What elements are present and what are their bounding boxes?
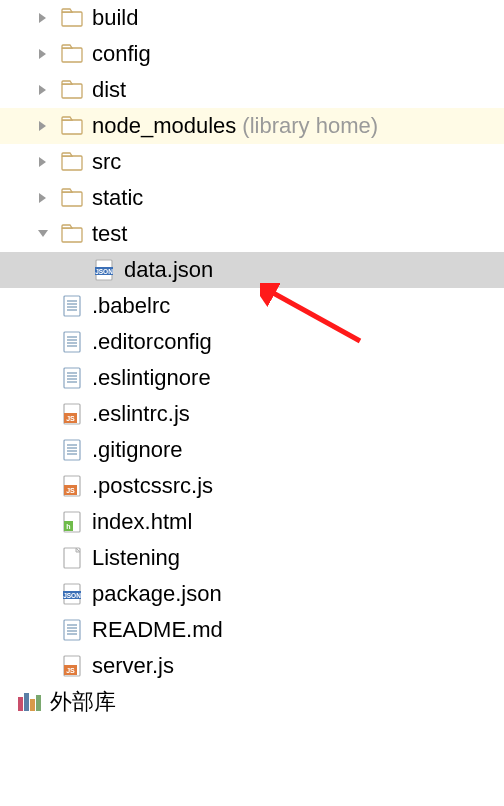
folder-icon	[58, 151, 86, 173]
tree-item-label: .editorconfig	[92, 329, 212, 355]
tree-item-file[interactable]: .editorconfig	[0, 324, 504, 360]
tree-item-label: server.js	[92, 653, 174, 679]
tree-item-folder[interactable]: build	[0, 0, 504, 36]
tree-item-folder[interactable]: dist	[0, 72, 504, 108]
external-libraries-icon	[16, 691, 44, 713]
html-file-icon	[58, 511, 86, 533]
text-file-icon	[58, 619, 86, 641]
folder-icon	[58, 7, 86, 29]
folder-icon	[58, 79, 86, 101]
tree-item-label: package.json	[92, 581, 222, 607]
disclosure-arrow-icon[interactable]	[32, 120, 54, 132]
tree-item-file[interactable]: package.json	[0, 576, 504, 612]
tree-item-file[interactable]: Listening	[0, 540, 504, 576]
tree-item-label: README.md	[92, 617, 223, 643]
file-tree: build config dist node_modules (library …	[0, 0, 504, 720]
tree-item-label: build	[92, 5, 138, 31]
external-libraries-item[interactable]: 外部库	[0, 684, 504, 720]
text-file-icon	[58, 331, 86, 353]
js-file-icon	[58, 403, 86, 425]
tree-item-label: static	[92, 185, 143, 211]
tree-item-folder[interactable]: config	[0, 36, 504, 72]
json-file-icon	[90, 259, 118, 281]
external-libraries-label: 外部库	[50, 687, 116, 717]
folder-icon	[58, 115, 86, 137]
tree-item-label: src	[92, 149, 121, 175]
disclosure-arrow-icon[interactable]	[32, 12, 54, 24]
tree-item-label: .gitignore	[92, 437, 183, 463]
tree-item-folder[interactable]: src	[0, 144, 504, 180]
tree-item-label: test	[92, 221, 127, 247]
tree-item-label: dist	[92, 77, 126, 103]
blank-file-icon	[58, 547, 86, 569]
folder-icon	[58, 223, 86, 245]
js-file-icon	[58, 475, 86, 497]
tree-item-folder[interactable]: test	[0, 216, 504, 252]
tree-item-file[interactable]: .babelrc	[0, 288, 504, 324]
tree-item-file[interactable]: .postcssrc.js	[0, 468, 504, 504]
disclosure-arrow-icon[interactable]	[32, 156, 54, 168]
tree-item-file[interactable]: index.html	[0, 504, 504, 540]
text-file-icon	[58, 367, 86, 389]
disclosure-arrow-icon[interactable]	[32, 84, 54, 96]
tree-item-file[interactable]: .eslintignore	[0, 360, 504, 396]
folder-icon	[58, 187, 86, 209]
js-file-icon	[58, 655, 86, 677]
tree-item-file[interactable]: data.json	[0, 252, 504, 288]
disclosure-arrow-icon[interactable]	[32, 48, 54, 60]
text-file-icon	[58, 439, 86, 461]
tree-item-label: .eslintrc.js	[92, 401, 190, 427]
tree-item-label: .postcssrc.js	[92, 473, 213, 499]
disclosure-arrow-icon[interactable]	[32, 228, 54, 240]
tree-item-file[interactable]: server.js	[0, 648, 504, 684]
tree-item-folder[interactable]: static	[0, 180, 504, 216]
tree-item-file[interactable]: .gitignore	[0, 432, 504, 468]
json-file-icon	[58, 583, 86, 605]
tree-item-label: .babelrc	[92, 293, 170, 319]
tree-item-label: data.json	[124, 257, 213, 283]
tree-item-label: node_modules	[92, 113, 236, 139]
tree-item-label: config	[92, 41, 151, 67]
tree-item-file[interactable]: README.md	[0, 612, 504, 648]
tree-item-folder[interactable]: node_modules (library home)	[0, 108, 504, 144]
tree-item-file[interactable]: .eslintrc.js	[0, 396, 504, 432]
text-file-icon	[58, 295, 86, 317]
tree-item-label: index.html	[92, 509, 192, 535]
tree-item-label: Listening	[92, 545, 180, 571]
disclosure-arrow-icon[interactable]	[32, 192, 54, 204]
folder-icon	[58, 43, 86, 65]
tree-item-label: .eslintignore	[92, 365, 211, 391]
tree-item-annotation: (library home)	[242, 113, 378, 139]
